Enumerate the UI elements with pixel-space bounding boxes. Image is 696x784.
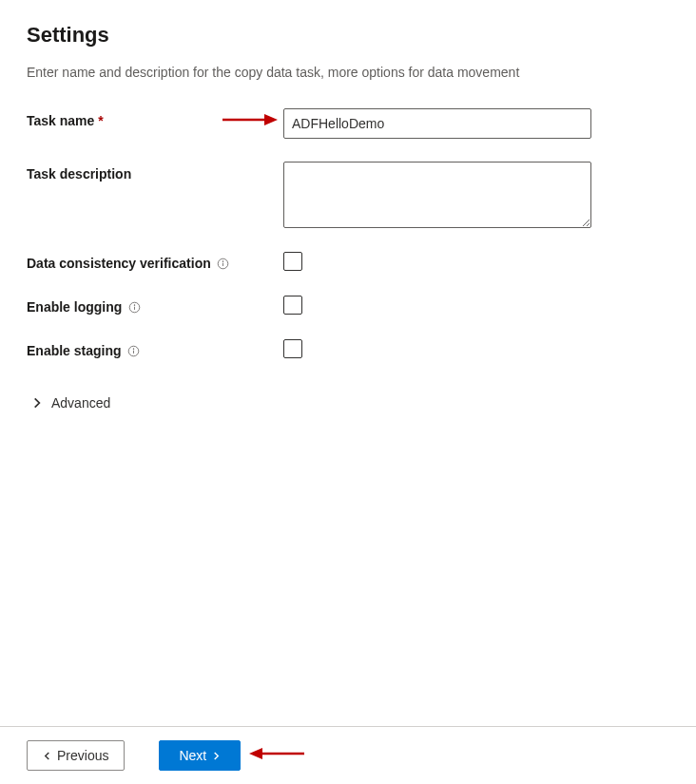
- info-icon[interactable]: [127, 344, 141, 357]
- chevron-right-icon: [30, 396, 44, 410]
- svg-point-1: [222, 260, 223, 261]
- svg-point-4: [134, 304, 135, 305]
- data-consistency-label: Data consistency verification: [27, 256, 230, 271]
- task-name-input[interactable]: [283, 108, 591, 139]
- data-consistency-row: Data consistency verification: [27, 251, 669, 272]
- advanced-toggle[interactable]: Advanced: [27, 392, 114, 414]
- data-consistency-checkbox[interactable]: [283, 252, 302, 271]
- enable-staging-checkbox[interactable]: [283, 339, 302, 358]
- task-description-label: Task description: [27, 166, 131, 182]
- next-button[interactable]: Next: [159, 740, 241, 771]
- annotation-arrow: [249, 744, 306, 763]
- info-icon[interactable]: [217, 257, 230, 270]
- page-title: Settings: [27, 23, 669, 48]
- task-description-input[interactable]: [283, 162, 591, 228]
- info-icon[interactable]: [127, 300, 141, 314]
- chevron-right-icon: [212, 752, 221, 760]
- svg-point-7: [133, 348, 134, 349]
- svg-marker-12: [249, 748, 262, 759]
- footer: Previous Next: [0, 726, 696, 784]
- enable-logging-row: Enable logging: [27, 295, 669, 316]
- enable-logging-checkbox[interactable]: [283, 296, 302, 315]
- required-indicator: *: [98, 113, 103, 128]
- previous-button[interactable]: Previous: [27, 740, 125, 771]
- task-name-label: Task name*: [27, 113, 104, 128]
- enable-logging-label: Enable logging: [27, 299, 141, 315]
- task-description-row: Task description: [27, 162, 669, 228]
- page-subtitle: Enter name and description for the copy …: [27, 65, 669, 80]
- task-name-row: Task name*: [27, 108, 669, 139]
- advanced-label: Advanced: [51, 395, 110, 411]
- chevron-left-icon: [43, 752, 51, 760]
- enable-staging-label: Enable staging: [27, 343, 141, 358]
- enable-staging-row: Enable staging: [27, 338, 669, 359]
